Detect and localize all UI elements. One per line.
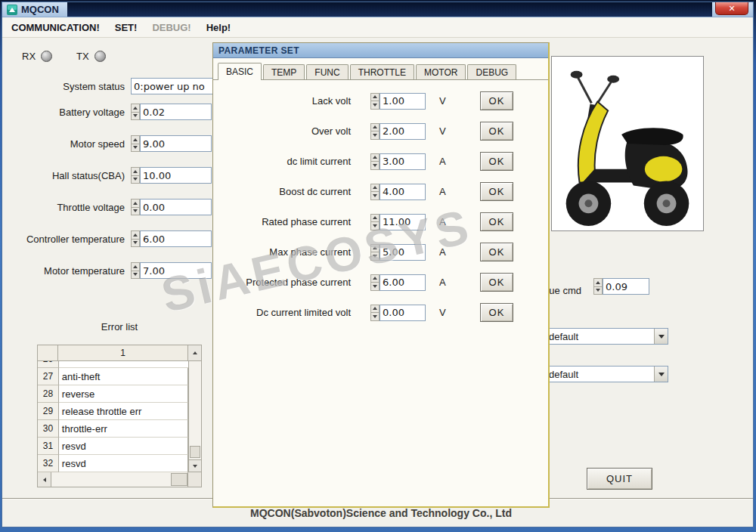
scroll-down-button[interactable] bbox=[189, 459, 201, 472]
ok-button[interactable]: OK bbox=[480, 303, 513, 322]
menu-item[interactable]: COMMUNICATION! bbox=[4, 20, 107, 36]
row-number-cell[interactable]: 29 bbox=[38, 403, 59, 420]
spinner-down-button[interactable] bbox=[370, 162, 380, 170]
ok-button[interactable]: OK bbox=[480, 273, 513, 292]
row-number-cell[interactable]: 31 bbox=[38, 438, 59, 455]
spinner-up-button[interactable] bbox=[370, 184, 380, 193]
status-field-value[interactable]: 0.02 bbox=[140, 104, 212, 120]
spinner-up-button[interactable] bbox=[131, 135, 140, 144]
spinner-down-button[interactable] bbox=[131, 271, 140, 280]
dialog-title-bar[interactable]: PARAMETER SET bbox=[213, 43, 548, 58]
error-text-cell[interactable] bbox=[59, 361, 188, 368]
torque-cmd-value[interactable]: 0.09 bbox=[603, 278, 649, 295]
table-row[interactable]: 26 bbox=[38, 361, 188, 368]
tab[interactable]: TEMP bbox=[263, 64, 305, 79]
status-field-value[interactable]: 7.00 bbox=[140, 262, 212, 279]
row-number-cell[interactable]: 32 bbox=[38, 455, 59, 472]
ok-button[interactable]: OK bbox=[480, 243, 513, 261]
spinner-up-button[interactable] bbox=[370, 93, 380, 102]
spinner-up-button[interactable] bbox=[131, 262, 140, 271]
row-number-cell[interactable]: 28 bbox=[38, 385, 59, 403]
status-field-value[interactable]: 10.00 bbox=[140, 167, 212, 184]
row-number-cell[interactable]: 27 bbox=[38, 368, 59, 385]
table-row[interactable]: 27 anti-theft bbox=[38, 368, 188, 385]
horizontal-scroll-thumb[interactable] bbox=[171, 473, 187, 486]
tab[interactable]: FUNC bbox=[306, 64, 348, 79]
spinner-down-button[interactable] bbox=[370, 252, 380, 261]
parameter-value-input[interactable]: 6.00 bbox=[380, 274, 426, 291]
scroll-left-button[interactable] bbox=[38, 472, 51, 487]
spinner-up-button[interactable] bbox=[370, 153, 380, 162]
row-number-cell[interactable]: 26 bbox=[38, 361, 59, 368]
spinner-up-button[interactable] bbox=[370, 274, 380, 283]
tab[interactable]: MOTOR bbox=[416, 64, 466, 79]
horizontal-scroll-track[interactable] bbox=[51, 472, 187, 487]
ok-button[interactable]: OK bbox=[480, 152, 513, 171]
spinner-up-button[interactable] bbox=[131, 167, 140, 176]
status-field-value[interactable]: 0.00 bbox=[140, 199, 212, 215]
parameter-value-input[interactable]: 3.00 bbox=[380, 153, 426, 170]
table-row[interactable]: 30 throttle-err bbox=[38, 420, 188, 438]
ok-button[interactable]: OK bbox=[480, 182, 513, 201]
table-row[interactable]: 28 reverse bbox=[38, 385, 188, 403]
table-row[interactable]: 29 release throttle err bbox=[38, 403, 188, 420]
error-text-cell[interactable]: reverse bbox=[59, 385, 188, 403]
tab[interactable]: BASIC bbox=[218, 63, 262, 80]
system-status-select[interactable]: 0:power up no bbox=[131, 78, 215, 94]
spinner-down-button[interactable] bbox=[131, 240, 140, 248]
spinner-up-button[interactable] bbox=[370, 123, 380, 132]
spinner-down-button[interactable] bbox=[370, 222, 380, 230]
parameter-value-input[interactable]: 4.00 bbox=[380, 184, 426, 200]
parameter-value-input[interactable]: 0.00 bbox=[380, 305, 426, 321]
table-column-header[interactable]: 1 bbox=[58, 345, 188, 361]
parameter-value-input[interactable]: 1.00 bbox=[380, 93, 426, 110]
title-bar[interactable]: MQCON ✕ bbox=[2, 2, 753, 17]
vertical-scroll-thumb[interactable] bbox=[190, 446, 200, 458]
status-field-value[interactable]: 9.00 bbox=[140, 135, 212, 152]
error-text-cell[interactable]: resvd bbox=[59, 455, 188, 472]
row-number-cell[interactable]: 30 bbox=[38, 420, 59, 438]
dropdown-button[interactable] bbox=[654, 329, 668, 344]
ok-button[interactable]: OK bbox=[480, 212, 513, 231]
preset-dropdown-2[interactable]: default bbox=[545, 366, 668, 382]
ok-button[interactable]: OK bbox=[480, 122, 513, 141]
status-field-value[interactable]: 6.00 bbox=[140, 230, 212, 247]
dropdown-button[interactable] bbox=[654, 367, 668, 382]
error-text-cell[interactable]: resvd bbox=[59, 438, 188, 455]
scroll-up-button[interactable] bbox=[188, 345, 202, 361]
preset-dropdown-1[interactable]: default bbox=[545, 328, 668, 345]
spinner-down-button[interactable] bbox=[131, 176, 140, 184]
menu-item[interactable]: Help! bbox=[199, 20, 239, 36]
table-row[interactable]: 31 resvd bbox=[38, 438, 188, 455]
menu-item[interactable]: SET! bbox=[107, 20, 145, 36]
spinner-down-button[interactable] bbox=[370, 313, 380, 321]
parameter-value-input[interactable]: 11.00 bbox=[380, 214, 426, 230]
spinner-up-button[interactable] bbox=[370, 244, 380, 253]
spinner-down-button[interactable] bbox=[593, 287, 603, 295]
spinner-down-button[interactable] bbox=[131, 113, 140, 121]
error-text-cell[interactable]: release throttle err bbox=[59, 403, 188, 420]
error-text-cell[interactable]: throttle-err bbox=[59, 420, 188, 438]
ok-button[interactable]: OK bbox=[480, 91, 513, 110]
spinner-down-button[interactable] bbox=[370, 101, 380, 110]
spinner-up-button[interactable] bbox=[131, 104, 140, 113]
tab[interactable]: DEBUG bbox=[467, 64, 516, 79]
spinner-down-button[interactable] bbox=[131, 208, 140, 216]
spinner-down-button[interactable] bbox=[370, 283, 380, 291]
parameter-value-input[interactable]: 5.00 bbox=[380, 244, 426, 261]
horizontal-scrollbar[interactable] bbox=[37, 472, 202, 487]
table-row[interactable]: 32 resvd bbox=[38, 455, 188, 472]
spinner-up-button[interactable] bbox=[370, 214, 380, 223]
parameter-value-input[interactable]: 2.00 bbox=[380, 123, 426, 140]
spinner-up-button[interactable] bbox=[131, 199, 140, 208]
vertical-scroll-track[interactable] bbox=[189, 361, 201, 459]
spinner-up-button[interactable] bbox=[370, 305, 380, 314]
menu-item[interactable]: DEBUG! bbox=[144, 20, 198, 36]
spinner-down-button[interactable] bbox=[370, 192, 380, 200]
spinner-up-button[interactable] bbox=[593, 278, 603, 287]
spinner-up-button[interactable] bbox=[131, 230, 140, 240]
vertical-scrollbar[interactable] bbox=[188, 361, 202, 472]
tab[interactable]: THROTTLE bbox=[350, 64, 414, 79]
close-button[interactable]: ✕ bbox=[715, 2, 748, 15]
spinner-down-button[interactable] bbox=[131, 144, 140, 153]
